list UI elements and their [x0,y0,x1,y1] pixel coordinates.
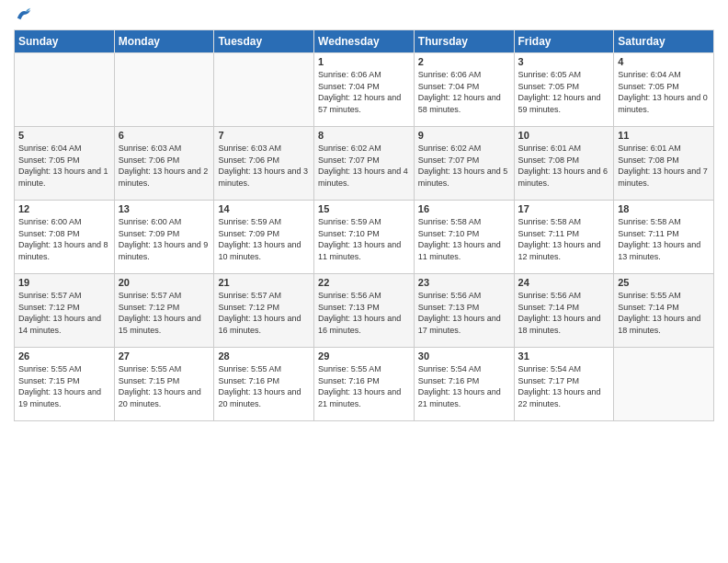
header-saturday: Saturday [614,30,714,53]
day-info: Sunrise: 5:55 AM Sunset: 7:15 PM Dayligh… [18,363,110,409]
calendar-day: 31Sunrise: 5:54 AM Sunset: 7:17 PM Dayli… [514,348,614,421]
day-info: Sunrise: 5:55 AM Sunset: 7:16 PM Dayligh… [218,363,310,409]
calendar-week-2: 5Sunrise: 6:04 AM Sunset: 7:05 PM Daylig… [15,127,714,201]
calendar-day: 10Sunrise: 6:01 AM Sunset: 7:08 PM Dayli… [514,127,614,201]
calendar-day: 23Sunrise: 5:56 AM Sunset: 7:13 PM Dayli… [414,274,514,348]
day-number: 1 [318,56,410,67]
calendar-day: 1Sunrise: 6:06 AM Sunset: 7:04 PM Daylig… [314,53,415,127]
logo-bird-icon [16,7,32,20]
day-number: 4 [618,56,710,67]
header-friday: Friday [514,30,614,53]
day-number: 10 [518,130,610,141]
day-info: Sunrise: 6:04 AM Sunset: 7:05 PM Dayligh… [618,69,710,115]
calendar-day [114,53,214,127]
calendar-week-3: 12Sunrise: 6:00 AM Sunset: 7:08 PM Dayli… [15,201,714,274]
day-number: 23 [418,277,510,288]
calendar-day [214,53,314,127]
calendar-day: 15Sunrise: 5:59 AM Sunset: 7:10 PM Dayli… [314,201,415,274]
day-info: Sunrise: 5:58 AM Sunset: 7:11 PM Dayligh… [618,216,710,262]
calendar-day: 6Sunrise: 6:03 AM Sunset: 7:06 PM Daylig… [114,127,214,201]
day-info: Sunrise: 5:54 AM Sunset: 7:17 PM Dayligh… [518,363,610,409]
calendar-day: 26Sunrise: 5:55 AM Sunset: 7:15 PM Dayli… [15,348,115,421]
day-info: Sunrise: 6:02 AM Sunset: 7:07 PM Dayligh… [418,143,510,189]
day-number: 5 [18,130,110,141]
calendar-day: 4Sunrise: 6:04 AM Sunset: 7:05 PM Daylig… [614,53,714,127]
calendar-day: 11Sunrise: 6:01 AM Sunset: 7:08 PM Dayli… [614,127,714,201]
day-info: Sunrise: 5:59 AM Sunset: 7:10 PM Dayligh… [318,216,410,262]
day-info: Sunrise: 5:55 AM Sunset: 7:16 PM Dayligh… [318,363,410,409]
day-info: Sunrise: 5:57 AM Sunset: 7:12 PM Dayligh… [218,290,310,336]
day-info: Sunrise: 5:57 AM Sunset: 7:12 PM Dayligh… [18,290,110,336]
calendar-week-5: 26Sunrise: 5:55 AM Sunset: 7:15 PM Dayli… [15,348,714,421]
calendar-day: 13Sunrise: 6:00 AM Sunset: 7:09 PM Dayli… [114,201,214,274]
calendar-day: 14Sunrise: 5:59 AM Sunset: 7:09 PM Dayli… [214,201,314,274]
day-number: 18 [618,203,710,214]
day-info: Sunrise: 6:04 AM Sunset: 7:05 PM Dayligh… [18,143,110,189]
day-info: Sunrise: 6:03 AM Sunset: 7:06 PM Dayligh… [119,143,210,189]
calendar-day: 28Sunrise: 5:55 AM Sunset: 7:16 PM Dayli… [214,348,314,421]
day-info: Sunrise: 6:03 AM Sunset: 7:06 PM Dayligh… [218,143,310,189]
day-number: 15 [318,203,410,214]
header-monday: Monday [114,30,214,53]
day-number: 22 [318,277,410,288]
day-number: 17 [518,203,610,214]
calendar-day: 20Sunrise: 5:57 AM Sunset: 7:12 PM Dayli… [114,274,214,348]
day-number: 8 [318,130,410,141]
day-info: Sunrise: 6:01 AM Sunset: 7:08 PM Dayligh… [618,143,710,189]
day-info: Sunrise: 5:56 AM Sunset: 7:14 PM Dayligh… [518,290,610,336]
day-number: 24 [518,277,610,288]
header-wednesday: Wednesday [314,30,415,53]
calendar-day: 21Sunrise: 5:57 AM Sunset: 7:12 PM Dayli… [214,274,314,348]
day-number: 21 [218,277,310,288]
day-number: 11 [618,130,710,141]
calendar-day: 18Sunrise: 5:58 AM Sunset: 7:11 PM Dayli… [614,201,714,274]
day-info: Sunrise: 6:00 AM Sunset: 7:08 PM Dayligh… [18,216,110,262]
calendar-week-4: 19Sunrise: 5:57 AM Sunset: 7:12 PM Dayli… [15,274,714,348]
day-number: 20 [119,277,210,288]
day-number: 3 [518,56,610,67]
header-tuesday: Tuesday [214,30,314,53]
day-info: Sunrise: 5:59 AM Sunset: 7:09 PM Dayligh… [218,216,310,262]
day-info: Sunrise: 6:06 AM Sunset: 7:04 PM Dayligh… [318,69,410,115]
day-info: Sunrise: 6:00 AM Sunset: 7:09 PM Dayligh… [119,216,210,262]
day-number: 16 [418,203,510,214]
day-number: 26 [18,350,110,362]
logo [14,9,32,22]
calendar-day: 27Sunrise: 5:55 AM Sunset: 7:15 PM Dayli… [114,348,214,421]
calendar-day: 22Sunrise: 5:56 AM Sunset: 7:13 PM Dayli… [314,274,415,348]
calendar-day: 8Sunrise: 6:02 AM Sunset: 7:07 PM Daylig… [314,127,415,201]
calendar-day: 29Sunrise: 5:55 AM Sunset: 7:16 PM Dayli… [314,348,415,421]
calendar-day [15,53,115,127]
day-number: 12 [18,203,110,214]
calendar-day: 5Sunrise: 6:04 AM Sunset: 7:05 PM Daylig… [15,127,115,201]
calendar-day: 3Sunrise: 6:05 AM Sunset: 7:05 PM Daylig… [514,53,614,127]
day-number: 2 [418,56,510,67]
calendar-header-row: SundayMondayTuesdayWednesdayThursdayFrid… [15,30,714,53]
day-info: Sunrise: 5:56 AM Sunset: 7:13 PM Dayligh… [318,290,410,336]
day-number: 13 [119,203,210,214]
day-number: 28 [218,350,310,362]
calendar-day [614,348,714,421]
calendar-day: 30Sunrise: 5:54 AM Sunset: 7:16 PM Dayli… [414,348,514,421]
day-info: Sunrise: 6:02 AM Sunset: 7:07 PM Dayligh… [318,143,410,189]
day-number: 27 [119,350,210,362]
day-info: Sunrise: 5:55 AM Sunset: 7:15 PM Dayligh… [119,363,210,409]
day-info: Sunrise: 6:06 AM Sunset: 7:04 PM Dayligh… [418,69,510,115]
calendar-day: 16Sunrise: 5:58 AM Sunset: 7:10 PM Dayli… [414,201,514,274]
day-info: Sunrise: 5:57 AM Sunset: 7:12 PM Dayligh… [119,290,210,336]
day-number: 7 [218,130,310,141]
day-number: 9 [418,130,510,141]
calendar-day: 25Sunrise: 5:55 AM Sunset: 7:14 PM Dayli… [614,274,714,348]
day-number: 25 [618,277,710,288]
day-info: Sunrise: 5:55 AM Sunset: 7:14 PM Dayligh… [618,290,710,336]
day-number: 14 [218,203,310,214]
calendar-day: 24Sunrise: 5:56 AM Sunset: 7:14 PM Dayli… [514,274,614,348]
calendar-day: 12Sunrise: 6:00 AM Sunset: 7:08 PM Dayli… [15,201,115,274]
header-thursday: Thursday [414,30,514,53]
calendar-day: 19Sunrise: 5:57 AM Sunset: 7:12 PM Dayli… [15,274,115,348]
day-number: 6 [119,130,210,141]
page-header [14,9,714,22]
day-info: Sunrise: 6:05 AM Sunset: 7:05 PM Dayligh… [518,69,610,115]
day-info: Sunrise: 5:58 AM Sunset: 7:11 PM Dayligh… [518,216,610,262]
page-container: SundayMondayTuesdayWednesdayThursdayFrid… [0,0,728,429]
